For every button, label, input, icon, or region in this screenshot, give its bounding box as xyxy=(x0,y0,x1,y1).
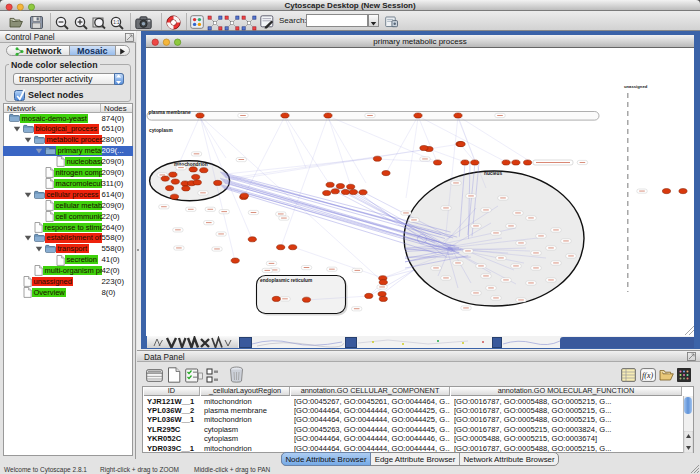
svg-text:endoplasmic reticulum: endoplasmic reticulum xyxy=(260,277,312,282)
svg-text:f(x): f(x) xyxy=(642,371,653,380)
svg-text:plasma membrane: plasma membrane xyxy=(149,110,191,115)
svg-text:cytoplasm: cytoplasm xyxy=(149,128,173,133)
svg-text:1:1: 1:1 xyxy=(113,20,120,25)
svg-text:nucleus: nucleus xyxy=(484,170,502,175)
svg-text:unassigned: unassigned xyxy=(624,83,648,88)
